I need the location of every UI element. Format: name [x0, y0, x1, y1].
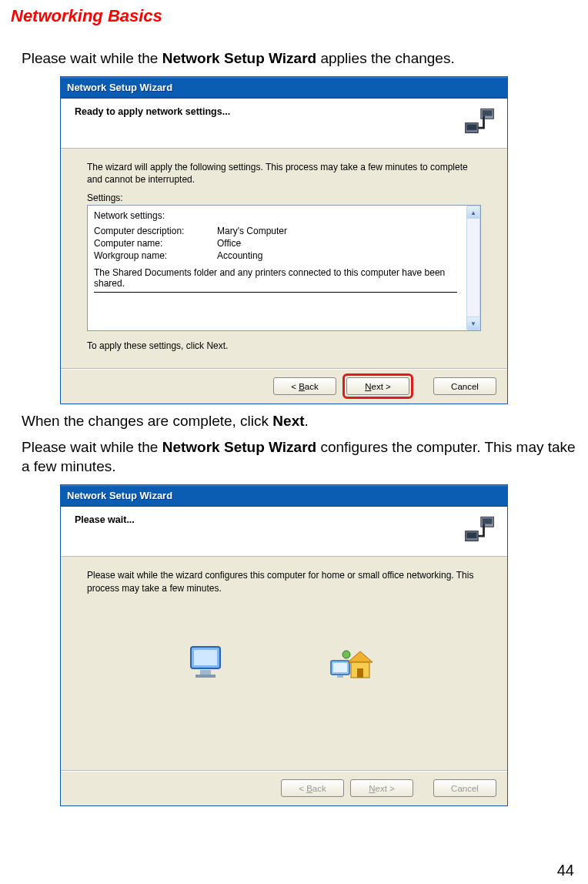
divider: [94, 292, 457, 293]
intro-paragraph-1: Please wait while the Network Setup Wiza…: [22, 49, 577, 69]
network-icon: [463, 511, 496, 545]
settings-value: Office: [217, 238, 241, 249]
wizard-content: The wizard will apply the following sett…: [61, 149, 507, 369]
button-label: Next >: [369, 784, 395, 793]
text: When the changes are complete, click: [22, 413, 272, 429]
apply-instruction: To apply these settings, click Next.: [87, 340, 481, 351]
wizard-content: Please wait while the wizard configures …: [61, 557, 507, 771]
wizard-button-row: < Back Next > Cancel: [61, 369, 507, 403]
svg-rect-17: [357, 668, 363, 678]
settings-key: Computer name:: [94, 238, 217, 249]
intro-paragraph-3: Please wait while the Network Setup Wiza…: [22, 438, 577, 476]
svg-rect-5: [467, 532, 477, 537]
button-label: Cancel: [451, 784, 479, 793]
wizard-window-ready: Network Setup Wizard Ready to apply netw…: [60, 76, 508, 404]
svg-rect-13: [333, 663, 347, 672]
description-text: Please wait while the wizard configures …: [87, 569, 481, 595]
next-button-highlight: Next >: [342, 373, 413, 399]
text-bold: Next: [272, 413, 304, 429]
scroll-track[interactable]: [466, 219, 480, 317]
network-icon: [463, 103, 496, 137]
next-button: Next >: [350, 779, 413, 797]
wizard-header-title: Ready to apply network settings...: [75, 106, 499, 117]
svg-rect-10: [200, 670, 211, 675]
cancel-button[interactable]: Cancel: [433, 377, 496, 395]
settings-listbox[interactable]: ▲ ▼ Network settings: Computer descripti…: [87, 205, 481, 331]
svg-rect-14: [337, 675, 343, 678]
button-label: < Back: [299, 784, 326, 793]
intro-paragraph-2: When the changes are complete, click Nex…: [22, 412, 577, 431]
titlebar-text: Network Setup Wizard: [67, 82, 172, 93]
settings-content: Network settings: Computer description: …: [94, 210, 474, 293]
wizard-button-row: < Back Next > Cancel: [61, 771, 507, 805]
wizard-header-title: Please wait...: [75, 514, 499, 525]
wizard-window-wait: Network Setup Wizard Please wait... Plea…: [60, 484, 508, 806]
settings-row: Workgroup name: Accounting: [94, 250, 457, 261]
text: applies the changes.: [316, 50, 455, 66]
settings-row: Computer description: Mary's Computer: [94, 226, 457, 236]
settings-key: Computer description:: [94, 226, 217, 236]
button-label: Cancel: [451, 382, 479, 391]
text: Please wait while the: [22, 439, 162, 455]
scroll-up-button[interactable]: ▲: [466, 206, 480, 219]
settings-key: Workgroup name:: [94, 250, 217, 261]
network-home-icon: [329, 641, 383, 687]
settings-line: Network settings:: [94, 210, 457, 221]
wizard-header: Please wait...: [61, 507, 507, 557]
titlebar-text: Network Setup Wizard: [67, 490, 172, 501]
monitor-icon: [185, 641, 231, 687]
settings-value: Accounting: [217, 250, 262, 261]
section-heading: Networking Basics: [11, 6, 577, 26]
text: .: [305, 413, 309, 429]
next-button[interactable]: Next >: [346, 377, 409, 395]
settings-shared-text: The Shared Documents folder and any prin…: [94, 267, 457, 289]
text-bold: Network Setup Wizard: [162, 50, 316, 66]
animation-row: [87, 625, 481, 702]
back-button: < Back: [281, 779, 344, 797]
wizard-header: Ready to apply network settings...: [61, 99, 507, 149]
svg-point-18: [342, 651, 350, 658]
titlebar: Network Setup Wizard: [61, 77, 507, 99]
svg-rect-7: [483, 518, 493, 524]
svg-rect-9: [194, 650, 217, 665]
back-button[interactable]: < Back: [273, 377, 336, 395]
description-text: The wizard will apply the following sett…: [87, 161, 481, 187]
titlebar: Network Setup Wizard: [61, 485, 507, 507]
svg-rect-3: [483, 110, 493, 116]
settings-label: Settings:: [87, 193, 481, 203]
svg-rect-1: [467, 124, 477, 129]
text: Please wait while the: [22, 50, 162, 66]
button-label: < Back: [291, 382, 319, 391]
scroll-down-button[interactable]: ▼: [466, 316, 480, 330]
svg-marker-15: [348, 651, 373, 662]
button-label: Next >: [365, 382, 391, 391]
svg-rect-11: [195, 675, 215, 678]
text-bold: Network Setup Wizard: [162, 439, 316, 455]
cancel-button: Cancel: [433, 779, 496, 797]
page-number: 44: [557, 862, 574, 879]
settings-row: Computer name: Office: [94, 238, 457, 249]
settings-value: Mary's Computer: [217, 226, 287, 236]
